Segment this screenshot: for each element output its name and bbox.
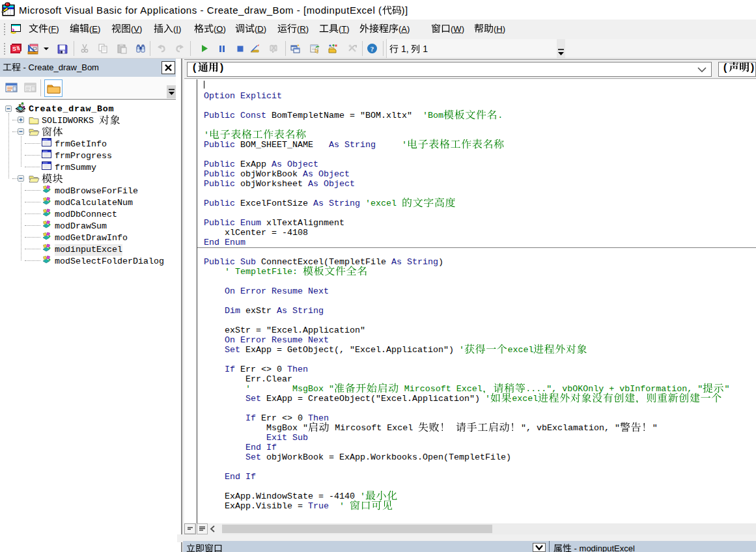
svg-text:S: S [12,46,16,52]
svg-text:?: ? [371,45,374,53]
